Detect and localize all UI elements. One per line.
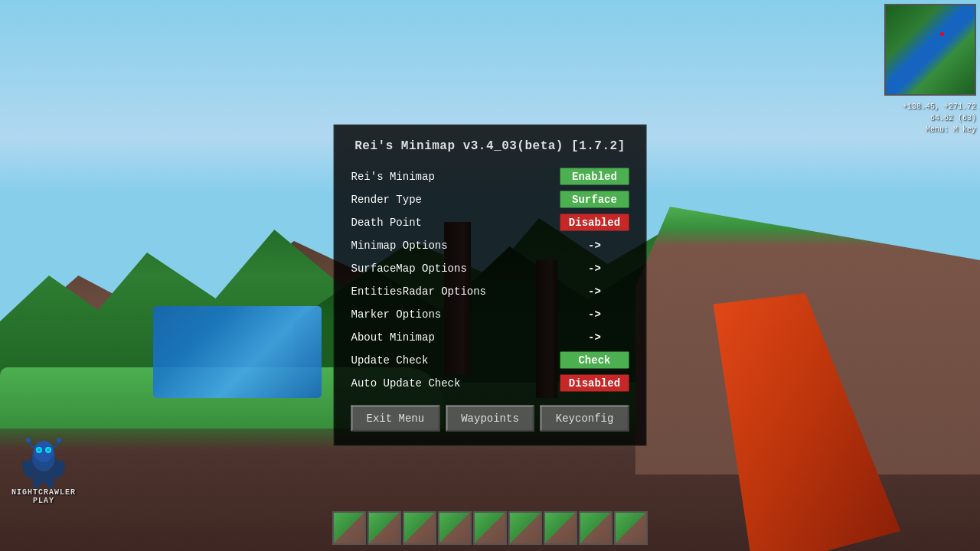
menu-value-marker-options[interactable]: -> [560,306,629,323]
menu-label-surfacemap-options: SurfaceMap Options [351,262,560,275]
minimap-coords: +138.45, +271.72 64.62 (63) Menu: M key [903,101,976,135]
menu-value-auto-update-check[interactable]: Disabled [560,375,629,392]
hotbar-slot-7[interactable] [544,511,577,545]
hotbar [332,511,648,545]
menu-value-surfacemap-options[interactable]: -> [560,260,629,277]
keyconfig-button[interactable]: Keyconfig [541,406,629,432]
menu-title: Rei's Minimap v3.4_03(beta) [1.7.2] [351,139,629,153]
menu-value-reis-minimap[interactable]: Enabled [560,168,629,185]
hotbar-slot-1[interactable] [332,511,366,545]
menu-row-reis-minimap[interactable]: Rei's Minimap Enabled [351,165,629,188]
menu-label-render-type: Render Type [351,194,560,206]
svg-point-9 [26,438,31,442]
logo-text-line1: NIGHTCRAWLER [11,488,76,497]
svg-point-6 [47,448,50,452]
menu-row-marker-options[interactable]: Marker Options -> [351,303,629,326]
minimap-player-dot [940,32,944,36]
exit-menu-button[interactable]: Exit Menu [351,406,440,432]
menu-label-reis-minimap: Rei's Minimap [351,171,560,183]
nightcrawler-icon [17,435,70,488]
menu-row-minimap-options[interactable]: Minimap Options -> [351,234,629,257]
waypoints-button[interactable]: Waypoints [446,406,534,432]
minimap-map [886,5,975,94]
nightcrawler-logo: NIGHTCRAWLER PLAY [11,435,76,505]
menu-value-death-point[interactable]: Disabled [560,214,629,231]
svg-point-5 [38,448,41,452]
menu-label-auto-update-check: Auto Update Check [351,377,560,390]
hotbar-slot-8[interactable] [579,511,612,545]
hotbar-slot-9[interactable] [614,511,648,545]
water [153,306,322,398]
logo-text-line2: PLAY [33,497,54,505]
menu-label-marker-options: Marker Options [351,308,560,321]
svg-point-10 [57,438,61,442]
hotbar-slot-2[interactable] [368,511,401,545]
menu-value-render-type[interactable]: Surface [560,191,629,208]
menu-row-update-check[interactable]: Update Check Check [351,349,629,372]
svg-point-13 [33,476,41,488]
hotbar-slot-3[interactable] [403,511,436,545]
menu-value-entitiesradar-options[interactable]: -> [560,283,629,300]
menu-row-death-point[interactable]: Death Point Disabled [351,211,629,234]
menu-row-about-minimap[interactable]: About Minimap -> [351,326,629,349]
menu-row-entitiesradar-options[interactable]: EntitiesRadar Options -> [351,280,629,303]
menu-row-surfacemap-options[interactable]: SurfaceMap Options -> [351,257,629,280]
menu-label-update-check: Update Check [351,354,560,367]
menu-value-update-check[interactable]: Check [560,352,629,369]
menu-label-entitiesradar-options: EntitiesRadar Options [351,285,560,298]
minimap [884,4,976,96]
menu-overlay: Rei's Minimap v3.4_03(beta) [1.7.2] Rei'… [334,125,647,446]
menu-buttons: Exit Menu Waypoints Keyconfig [351,406,629,432]
menu-value-about-minimap[interactable]: -> [560,329,629,346]
hotbar-slot-5[interactable] [473,511,507,545]
menu-row-auto-update-check[interactable]: Auto Update Check Disabled [351,372,629,395]
menu-label-about-minimap: About Minimap [351,331,560,344]
menu-value-minimap-options[interactable]: -> [560,237,629,254]
menu-row-render-type[interactable]: Render Type Surface [351,188,629,211]
svg-point-14 [47,476,54,488]
menu-label-death-point: Death Point [351,217,560,229]
menu-label-minimap-options: Minimap Options [351,240,560,252]
menu-items: Rei's Minimap Enabled Render Type Surfac… [351,165,629,395]
hotbar-slot-6[interactable] [508,511,542,545]
hotbar-slot-4[interactable] [438,511,472,545]
